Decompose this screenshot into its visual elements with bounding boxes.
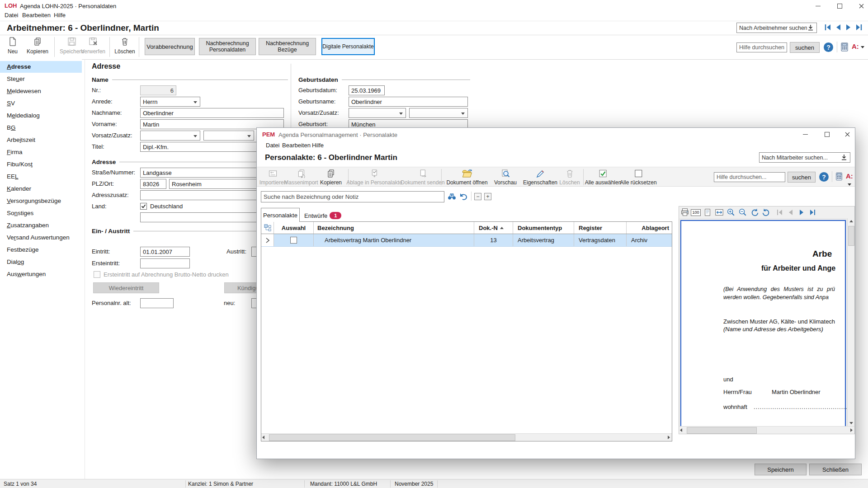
maximize-icon[interactable] [832, 1, 847, 10]
discard-button[interactable]: Verwerfen [80, 37, 106, 59]
scroll-right-icon[interactable] [668, 436, 670, 439]
minimize-icon[interactable] [811, 1, 825, 10]
rotate-right-icon[interactable] [761, 208, 771, 217]
next-record-icon[interactable] [844, 23, 853, 33]
row-register-cell[interactable]: Vertragsdaten [574, 234, 627, 246]
last-record-icon[interactable] [855, 23, 863, 33]
column-ablageort[interactable]: Ablageort [627, 222, 672, 234]
personalnr-alt-field[interactable] [140, 298, 174, 308]
previous-page-icon[interactable] [786, 208, 796, 217]
copy-button[interactable]: Kopieren [25, 37, 50, 59]
importieren-button[interactable]: Importieren [259, 169, 287, 186]
sidebar-item-versorgungsbezuege[interactable]: Versorgungsbezüge [0, 195, 82, 207]
sidebar-item-zusatzangaben[interactable]: Zusatzangaben [0, 220, 82, 231]
ablage-in-personalakte-button[interactable]: Ablage in Personalakte [346, 169, 402, 186]
dokument-senden-button[interactable]: Dokument senden [401, 169, 444, 186]
wiedereintritt-button[interactable]: Wiedereintritt [93, 282, 159, 293]
account-menu[interactable]: A: [852, 42, 864, 50]
menu-hilfe[interactable]: Hilfe [54, 12, 66, 19]
row-dok-nr-cell[interactable]: 13 [474, 234, 513, 246]
sidebar-item-meldewesen[interactable]: Meldewesen [0, 85, 82, 97]
sidebar-item-arbeitszeit[interactable]: Arbeitszeit [0, 134, 82, 146]
massenimport-button[interactable]: Massenimport [284, 169, 318, 186]
nachberechnung-bezuege-button[interactable]: Nachberechnung Bezüge [259, 38, 316, 55]
print-icon[interactable] [680, 208, 690, 217]
next-page-icon[interactable] [797, 208, 807, 217]
eintritt-field[interactable]: 01.01.2007 [140, 247, 190, 257]
row-bezeichnung-cell[interactable]: Arbeitsvertrag Martin Oberlindner [314, 234, 474, 246]
anrede-select[interactable]: Herrn [140, 97, 200, 107]
geburtsdatum-field[interactable]: 25.03.1969 [349, 85, 385, 95]
help-icon[interactable]: ? [824, 42, 833, 52]
expand-icon[interactable]: + [484, 193, 491, 200]
row-dokumententyp-cell[interactable]: Arbeitsvertrag [513, 234, 574, 246]
search-binoculars-icon[interactable] [447, 192, 457, 203]
overlay-calculator-icon[interactable] [835, 172, 843, 183]
column-bezeichnung[interactable]: Bezeichnung [314, 222, 474, 234]
row-checkbox[interactable] [290, 237, 297, 244]
help-search-input[interactable]: Hilfe durchsuchen... [736, 42, 787, 52]
mitarbeiter-search-input[interactable]: Nach Mitarbeiter suchen... [759, 152, 850, 163]
tab-entwuerfe[interactable]: Entwürfe 1 [301, 210, 345, 221]
zoom-100-icon[interactable]: 100 [691, 208, 701, 217]
nachname-field[interactable]: Oberlindner [140, 108, 284, 118]
sidebar-item-sv[interactable]: SV [0, 98, 82, 109]
preview-vscrollbar[interactable] [847, 218, 854, 426]
row-auswahl-cell[interactable] [274, 234, 314, 246]
overlay-loeschen-button[interactable]: Löschen [559, 169, 580, 186]
sidebar-item-sonstiges[interactable]: Sonstiges [0, 207, 82, 219]
scroll-left-icon[interactable] [262, 436, 264, 439]
collapse-icon[interactable]: − [474, 193, 481, 200]
scroll-right-icon[interactable] [850, 428, 853, 432]
preview-hscrollbar[interactable] [679, 426, 854, 434]
akte-filter-input[interactable]: Suche nach Bezeichnung oder Notiz [261, 191, 444, 202]
close-icon[interactable] [854, 1, 868, 10]
geburt-zusatz-select[interactable] [409, 108, 468, 118]
first-record-icon[interactable] [824, 23, 832, 33]
overlay-minimize-icon[interactable] [798, 130, 812, 139]
sidebar-item-steuer[interactable]: Steuer [0, 73, 82, 85]
zoom-out-icon[interactable] [738, 208, 748, 217]
overlay-account-menu[interactable]: A: [846, 172, 855, 188]
vorabberechnung-button[interactable]: Vorabberechnung [145, 38, 195, 55]
sidebar-item-kalender[interactable]: Kalender [0, 183, 82, 195]
previous-record-icon[interactable] [834, 23, 842, 33]
tree-view-header-cell[interactable] [261, 222, 274, 234]
ersteintritt-drucken-checkbox[interactable] [94, 271, 100, 278]
vorschau-button[interactable]: Vorschau [494, 169, 517, 186]
overlay-help-icon[interactable]: ? [819, 172, 829, 182]
tab-personalakte[interactable]: Personalakte [261, 208, 300, 222]
footer-close-button[interactable]: Schließen [809, 464, 862, 475]
overlay-menu-hilfe[interactable]: Hilfe [312, 142, 324, 149]
page-view-icon[interactable] [703, 208, 712, 217]
delete-button[interactable]: Löschen [112, 37, 137, 59]
document-viewport[interactable]: Arbe für Arbeiter und Ange (Bei Anwendun… [679, 218, 847, 426]
menu-datei[interactable]: Datei [5, 12, 18, 19]
column-auswahl[interactable]: Auswahl [274, 222, 314, 234]
sidebar-item-meldedialog[interactable]: Meldedialog [0, 110, 82, 122]
plz-field[interactable]: 83026 [140, 179, 166, 189]
overlay-menu-bearbeiten[interactable]: Bearbeiten [282, 142, 311, 149]
alle-ruecksetzen-button[interactable]: Alle rücksetzen [620, 169, 656, 186]
overlay-maximize-icon[interactable] [820, 130, 834, 139]
footer-save-button[interactable]: Speichern [755, 464, 807, 475]
overlay-close-icon[interactable] [840, 130, 854, 139]
eigenschaften-button[interactable]: Eigenschaften [523, 169, 557, 186]
geburt-vorsatz-select[interactable] [349, 108, 406, 118]
column-register[interactable]: Register [574, 222, 627, 234]
first-page-icon[interactable] [775, 208, 785, 217]
calculator-icon[interactable] [840, 42, 849, 54]
sidebar-item-versand-auswertungen[interactable]: Versand Auswertungen [0, 232, 82, 244]
column-dok-nr[interactable]: Dok.-N [474, 222, 513, 234]
row-ablageort-cell[interactable]: Archiv [627, 234, 672, 246]
dokument-oeffnen-button[interactable]: Dokument öffnen [446, 169, 487, 186]
land-checkbox[interactable] [140, 203, 147, 210]
overlay-help-search-button[interactable]: suchen [788, 172, 816, 183]
column-dokumententyp[interactable]: Dokumententyp [513, 222, 574, 234]
rotate-left-icon[interactable] [750, 208, 760, 217]
search-dropdown-icon[interactable] [840, 154, 848, 161]
overlay-kopieren-button[interactable]: Kopieren [320, 169, 342, 186]
zusatz-select[interactable] [203, 131, 254, 141]
sidebar-item-auswertungen[interactable]: Auswertungen [0, 268, 82, 280]
search-dropdown-icon[interactable] [807, 24, 814, 31]
